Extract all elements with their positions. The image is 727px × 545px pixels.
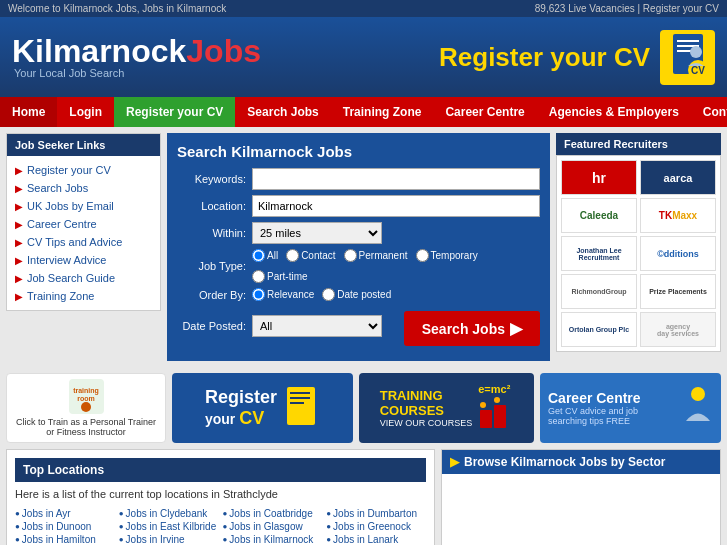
location-input[interactable] <box>252 195 540 217</box>
sidebar-link-interview[interactable]: ▶Interview Advice <box>7 251 160 269</box>
browse-header[interactable]: ▶ Browse Kilmarnock Jobs by Sector <box>442 450 720 474</box>
svg-point-10 <box>81 402 91 412</box>
orderby-row: Order By: Relevance Date posted <box>177 288 540 301</box>
jobtype-label: Job Type: <box>177 260 252 272</box>
sidebar-link-register[interactable]: ▶Register your CV <box>7 161 160 179</box>
register-cv-banner[interactable]: Register your CV CV <box>439 30 715 85</box>
svg-rect-13 <box>290 397 310 399</box>
keywords-label: Keywords: <box>177 173 252 185</box>
main-content: Job Seeker Links ▶Register your CV ▶Sear… <box>0 127 727 373</box>
svg-point-17 <box>480 402 486 408</box>
orderby-dateposted[interactable]: Date posted <box>322 288 391 301</box>
recruiter-tkmaxx[interactable]: TKMaxx <box>640 198 716 233</box>
recruiter-aarca[interactable]: aarca <box>640 160 716 195</box>
header: KilmarnockJobs Your Local Job Search Reg… <box>0 17 727 97</box>
arrow-icon: ▶ <box>15 237 23 248</box>
dateposted-label: Date Posted: <box>177 320 252 332</box>
logo-area[interactable]: KilmarnockJobs Your Local Job Search <box>12 35 261 79</box>
svg-text:CV: CV <box>691 65 705 76</box>
left-sidebar: Job Seeker Links ▶Register your CV ▶Sear… <box>6 133 161 367</box>
location-dunoon[interactable]: ●Jobs in Dunoon <box>15 521 115 532</box>
nav-contact-us[interactable]: Contact Us <box>691 97 727 127</box>
sidebar-link-training[interactable]: ▶Training Zone <box>7 287 160 305</box>
svg-point-19 <box>691 387 705 401</box>
bullet-icon: ● <box>119 509 124 518</box>
right-sidebar: Featured Recruiters hr aarca Caleeda TKM… <box>556 133 721 367</box>
sidebar-link-jobguide[interactable]: ▶Job Search Guide <box>7 269 160 287</box>
keywords-input[interactable] <box>252 168 540 190</box>
svg-point-18 <box>494 397 500 403</box>
svg-point-6 <box>690 46 702 58</box>
svg-text:room: room <box>77 395 95 402</box>
location-kilmarnock[interactable]: ●Jobs in Kilmarnock <box>223 534 323 545</box>
orderby-relevance[interactable]: Relevance <box>252 288 314 301</box>
recruiter-ortolan[interactable]: Ortolan Group Plc <box>561 312 637 347</box>
sidebar-link-cvtips[interactable]: ▶CV Tips and Advice <box>7 233 160 251</box>
courses-title: TRAINING <box>380 388 473 403</box>
arrow-icon: ▶ <box>15 165 23 176</box>
nav-register-cv[interactable]: Register your CV <box>114 97 235 127</box>
sidebar-link-career[interactable]: ▶Career Centre <box>7 215 160 233</box>
bullet-icon: ● <box>15 522 20 531</box>
career-sub: Get CV advice and job searching tips FRE… <box>548 406 672 426</box>
logo[interactable]: KilmarnockJobs <box>12 35 261 67</box>
locations-grid: ●Jobs in Ayr ●Jobs in Clydebank ●Jobs in… <box>15 508 426 545</box>
location-greenock[interactable]: ●Jobs in Greenock <box>326 521 426 532</box>
location-clydebank[interactable]: ●Jobs in Clydebank <box>119 508 219 519</box>
nav-search-jobs[interactable]: Search Jobs <box>235 97 330 127</box>
location-glasgow[interactable]: ●Jobs in Glasgow <box>223 521 323 532</box>
banners-row: training room Click to Train as a Person… <box>0 373 727 443</box>
jobtype-temporary[interactable]: Temporary <box>416 249 478 262</box>
location-dumbarton[interactable]: ●Jobs in Dumbarton <box>326 508 426 519</box>
locations-desc: Here is a list of the current top locati… <box>15 488 426 500</box>
banner-register[interactable]: Register your CV <box>172 373 353 443</box>
sidebar-link-ukemail[interactable]: ▶UK Jobs by Email <box>7 197 160 215</box>
recruiter-sponsored[interactable]: agencyday services <box>640 312 716 347</box>
sidebar-title: Job Seeker Links <box>7 134 160 156</box>
dateposted-select[interactable]: All Today Last 3 days Last week <box>252 315 382 337</box>
center-content: Search Kilmarnock Jobs Keywords: Locatio… <box>167 133 550 367</box>
within-select[interactable]: 25 miles 5 miles 10 miles 50 miles <box>252 222 382 244</box>
location-irvine[interactable]: ●Jobs in Irvine <box>119 534 219 545</box>
nav-home[interactable]: Home <box>0 97 57 127</box>
banner-career[interactable]: Career Centre Get CV advice and job sear… <box>540 373 721 443</box>
jobtype-contact[interactable]: Contact <box>286 249 335 262</box>
nav-career-centre[interactable]: Career Centre <box>433 97 536 127</box>
recruiter-prize[interactable]: Prize Placements <box>640 274 716 309</box>
nav-training-zone[interactable]: Training Zone <box>331 97 434 127</box>
featured-title: Featured Recruiters <box>556 133 721 155</box>
recruiter-hr[interactable]: hr <box>561 160 637 195</box>
jobtype-row: Job Type: All Contact Permanent Temporar… <box>177 249 540 283</box>
banner-courses[interactable]: TRAINING COURSES VIEW OUR COURSES e=mc² <box>359 373 534 443</box>
recruiter-additions[interactable]: ©dditions <box>640 236 716 271</box>
nav-agencies[interactable]: Agencies & Employers <box>537 97 691 127</box>
bullet-icon: ● <box>119 535 124 544</box>
arrow-icon: ▶ <box>15 219 23 230</box>
search-button[interactable]: Search Jobs ▶ <box>404 311 540 346</box>
nav-login[interactable]: Login <box>57 97 114 127</box>
recruiter-jonathanlee[interactable]: Jonathan Lee Recruitment <box>561 236 637 271</box>
logo-tagline: Your Local Job Search <box>14 67 124 79</box>
location-coatbridge[interactable]: ●Jobs in Coatbridge <box>223 508 323 519</box>
top-locations: Top Locations Here is a list of the curr… <box>6 449 435 545</box>
location-eastkilbride[interactable]: ●Jobs in East Kilbride <box>119 521 219 532</box>
location-ayr[interactable]: ●Jobs in Ayr <box>15 508 115 519</box>
arrow-icon: ▶ <box>15 273 23 284</box>
jobtype-all[interactable]: All <box>252 249 278 262</box>
svg-rect-16 <box>494 405 506 428</box>
jobtype-permanent[interactable]: Permanent <box>344 249 408 262</box>
location-hamilton[interactable]: ●Jobs in Hamilton <box>15 534 115 545</box>
recruiter-richmond[interactable]: RichmondGroup <box>561 274 637 309</box>
recruiter-caleeda[interactable]: Caleeda <box>561 198 637 233</box>
svg-rect-1 <box>677 40 699 42</box>
within-label: Within: <box>177 227 252 239</box>
jobtype-parttime[interactable]: Part-time <box>252 270 308 283</box>
search-title: Search Kilmarnock Jobs <box>177 143 540 160</box>
sidebar-link-search[interactable]: ▶Search Jobs <box>7 179 160 197</box>
bullet-icon: ● <box>326 535 331 544</box>
locations-header: Top Locations <box>15 458 426 482</box>
search-button-label: Search Jobs <box>422 321 505 337</box>
svg-text:training: training <box>73 387 99 395</box>
banner-training[interactable]: training room Click to Train as a Person… <box>6 373 166 443</box>
location-lanark[interactable]: ●Jobs in Lanark <box>326 534 426 545</box>
